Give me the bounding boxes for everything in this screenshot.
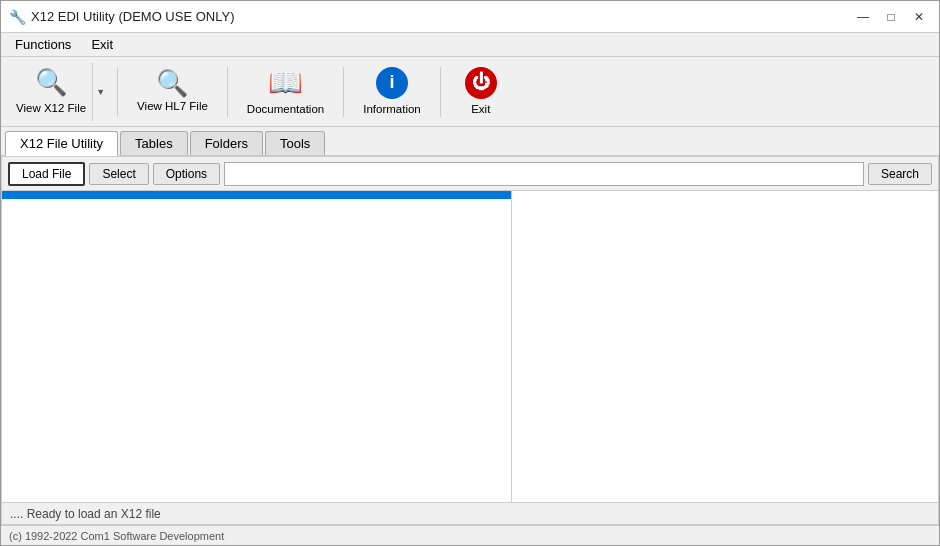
- documentation-button[interactable]: 📖 Documentation: [236, 62, 335, 122]
- view-hl7-file-button[interactable]: 🔍 View HL7 File: [126, 62, 219, 122]
- documentation-icon: 📖: [268, 66, 303, 99]
- tab-tools[interactable]: Tools: [265, 131, 325, 155]
- tab-x12-file-utility[interactable]: X12 File Utility: [5, 131, 118, 156]
- load-file-button[interactable]: Load File: [8, 162, 85, 186]
- view-hl7-icon: 🔍: [156, 70, 188, 96]
- window-close-button[interactable]: ✕: [907, 6, 931, 28]
- select-button[interactable]: Select: [89, 163, 148, 185]
- menu-functions[interactable]: Functions: [5, 35, 81, 54]
- view-hl7-label: View HL7 File: [137, 100, 208, 114]
- toolbar-separator-1: [117, 67, 118, 117]
- menu-bar: Functions Exit: [1, 33, 939, 57]
- title-bar-left: 🔧 X12 EDI Utility (DEMO USE ONLY): [9, 9, 234, 25]
- main-content: Load File Select Options Search .... Rea…: [1, 156, 939, 525]
- tab-folders[interactable]: Folders: [190, 131, 263, 155]
- right-panel: [512, 191, 938, 502]
- view-x12-dropdown-arrow[interactable]: ▼: [92, 63, 108, 121]
- file-list-item[interactable]: [2, 191, 511, 199]
- minimize-button[interactable]: —: [851, 6, 875, 28]
- documentation-label: Documentation: [247, 103, 324, 117]
- view-x12-label: View X12 File: [16, 102, 86, 116]
- maximize-button[interactable]: □: [879, 6, 903, 28]
- exit-label: Exit: [471, 103, 490, 117]
- information-label: Information: [363, 103, 421, 117]
- information-button[interactable]: i Information: [352, 62, 432, 122]
- view-x12-file-button[interactable]: 🔍 View X12 File ▼: [9, 62, 109, 122]
- information-icon: i: [376, 67, 408, 99]
- tab-tables[interactable]: Tables: [120, 131, 188, 155]
- app-icon: 🔧: [9, 9, 25, 25]
- window-title: X12 EDI Utility (DEMO USE ONLY): [31, 9, 234, 24]
- right-content-area[interactable]: [512, 191, 938, 502]
- sub-toolbar: Load File Select Options Search: [2, 157, 938, 191]
- title-bar-controls: — □ ✕: [851, 6, 931, 28]
- toolbar-separator-4: [440, 67, 441, 117]
- options-button[interactable]: Options: [153, 163, 220, 185]
- left-panel: [2, 191, 512, 502]
- footer: (c) 1992-2022 Com1 Software Development: [1, 525, 939, 545]
- exit-button[interactable]: ⏻ Exit: [449, 62, 513, 122]
- copyright-text: (c) 1992-2022 Com1 Software Development: [9, 530, 224, 542]
- toolbar-separator-2: [227, 67, 228, 117]
- status-bar: .... Ready to load an X12 file: [2, 502, 938, 524]
- toolbar: 🔍 View X12 File ▼ 🔍 View HL7 File 📖 Docu…: [1, 57, 939, 127]
- search-button[interactable]: Search: [868, 163, 932, 185]
- view-x12-icon: 🔍: [35, 67, 67, 98]
- search-input[interactable]: [224, 162, 864, 186]
- title-bar: 🔧 X12 EDI Utility (DEMO USE ONLY) — □ ✕: [1, 1, 939, 33]
- status-text: .... Ready to load an X12 file: [10, 507, 161, 521]
- file-list-empty: [2, 199, 511, 399]
- view-x12-main[interactable]: 🔍 View X12 File: [10, 63, 92, 121]
- exit-icon: ⏻: [465, 67, 497, 99]
- main-tabs-row: X12 File Utility Tables Folders Tools: [1, 127, 939, 156]
- file-list[interactable]: [2, 191, 511, 502]
- menu-exit[interactable]: Exit: [81, 35, 123, 54]
- toolbar-separator-3: [343, 67, 344, 117]
- content-panels: [2, 191, 938, 502]
